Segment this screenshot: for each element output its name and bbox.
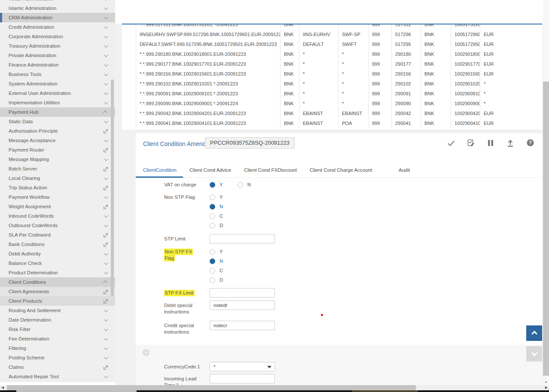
stp-limit-input[interactable] [210, 234, 275, 243]
sidebar-item-automated-repair-tool[interactable]: Automated Repair Tool [0, 372, 115, 381]
table-row[interactable]: *.*.999.517312.BNK.10051731201.*-2009122… [122, 24, 542, 30]
radio-non-stp-fx-flag-d[interactable]: D [210, 275, 223, 285]
sidebar-item-payment-workflow[interactable]: Payment Workflow [0, 192, 115, 202]
sidebar-item-message-mapping[interactable]: Message Mapping [0, 155, 115, 164]
sidebar-item-claims[interactable]: Claims [0, 362, 115, 372]
stp-fx-limit-input[interactable] [210, 288, 275, 298]
edit-note-button[interactable] [467, 139, 475, 148]
sidebar-item-client-conditions[interactable]: Client Conditions [0, 277, 115, 287]
vertical-scrollbar[interactable]: ▼ [543, 0, 549, 385]
tab-audit[interactable]: Audit [392, 163, 416, 177]
upload-button[interactable] [506, 139, 515, 148]
sidebar-item-client-products[interactable]: Client Products [0, 296, 115, 306]
table-row[interactable]: *.*.999.290177.BNK.10029017701.EUR-20091… [122, 59, 542, 69]
vertical-scrollbar-thumb[interactable] [543, 82, 549, 376]
sidebar-item-corporate-administration[interactable]: Corporate Administration [0, 32, 115, 41]
sidebar-item-local-clearing[interactable]: Local Clearing [0, 173, 115, 183]
horizontal-scrollbar-thumb[interactable] [7, 385, 416, 390]
sidebar-item-payment-router[interactable]: Payment Router [0, 145, 115, 155]
table-row[interactable]: *.*.999.290102.BNK.10029010201.*-2009122… [122, 79, 542, 89]
scrollbar-left-arrow-icon[interactable]: ◀ [1, 386, 4, 389]
help-button[interactable]: ? [526, 139, 534, 148]
tab-clientcondition[interactable]: ClientCondition [136, 163, 183, 177]
sidebar-item-crm-administration[interactable]: CRM Administration [0, 13, 115, 22]
table-row[interactable]: *.*.999.290156.BNK.10029015601.EUR-20091… [122, 69, 542, 79]
sidebar-item-posting-scheme[interactable]: Posting Scheme [0, 353, 115, 362]
sidebar-item-treasury-administration[interactable]: Treasury Administration [0, 41, 115, 51]
hold-button[interactable] [486, 139, 495, 148]
field-stp-limit: STP Limit [164, 234, 542, 243]
sidebar-item-fee-determination[interactable]: Fee Determination [0, 334, 115, 343]
currencycode-1-select[interactable]: * [210, 362, 275, 371]
external-link-icon [103, 185, 108, 191]
sidebar-item-external-user-administration[interactable]: External User Administration [0, 88, 115, 98]
sidebar-item-business-tools[interactable]: Business Tools [0, 70, 115, 79]
sidebar-item-date-determination[interactable]: Date Determination [0, 315, 115, 325]
sidebar-item-debit-authority[interactable]: Debit Authority [0, 249, 115, 258]
scrollbar-right-arrow-icon[interactable]: ▶ [545, 386, 548, 389]
radio-vat-on-charge-y[interactable]: Y [210, 180, 223, 189]
incoming-lead-time-1-input[interactable] [210, 374, 275, 383]
sidebar-item-routing-and-settlement[interactable]: Routing And Settlement [0, 306, 115, 315]
table-row[interactable]: IINSEURHV.SWFSP.999.517296.BNK.100517296… [122, 30, 542, 40]
radio-non-stp-flag-y[interactable]: Y [210, 192, 223, 202]
sidebar-item-finance-administration[interactable]: Finance Administration [0, 60, 115, 70]
radio-non-stp-flag-d[interactable]: D [210, 221, 223, 230]
sidebar-scrollbar-thumb[interactable] [111, 79, 114, 296]
credit-special-instructions-input[interactable] [210, 321, 275, 330]
sidebar-item-filtering[interactable]: Filtering [0, 343, 115, 353]
radio-non-stp-fx-flag-y[interactable]: Y [210, 247, 223, 256]
table-row[interactable]: DEFAULT.SWIFT.999.517295.BNK.10051729501… [122, 40, 542, 49]
sidebar-item-credit-administration[interactable]: Credit Administration [0, 22, 115, 32]
sidebar-item-message-acceptance[interactable]: Message Acceptance [0, 136, 115, 145]
sidebar-item-static-data[interactable]: Static Data [0, 117, 115, 126]
radio-non-stp-flag-n[interactable]: N [210, 202, 223, 211]
sidebar-item-authorisation-principle[interactable]: Authorisation Principle [0, 126, 115, 136]
sidebar-item-balance-check[interactable]: Balance Check [0, 258, 115, 268]
sidebar-item-batch-server[interactable]: Batch Server [0, 164, 115, 173]
sidebar-item-sla-per-codeword[interactable]: SLA Per Codeword [0, 230, 115, 240]
radio-vat-on-charge-n[interactable]: N [238, 180, 251, 189]
tab-client-cond-charge-account[interactable]: Client Cond Charge Account [303, 163, 378, 177]
table-cell: DEFAULT [299, 40, 339, 49]
table-row[interactable]: *.*.999.290091.BNK.10029009101.*-2009122… [122, 89, 542, 99]
add-row-button[interactable]: + [143, 349, 149, 356]
sidebar-item-trip-status-action[interactable]: Trip Status Action [0, 183, 115, 192]
tab-client-cond-advice[interactable]: Client Cond Advice [183, 163, 238, 177]
radio-non-stp-fx-flag-c[interactable]: C [210, 266, 223, 275]
sidebar-item-implementation-utilities[interactable]: Implementation Utilities [0, 98, 115, 107]
horizontal-scrollbar[interactable]: ◀ ▶ [0, 385, 549, 390]
approve-button[interactable] [447, 139, 455, 148]
sidebar-item-private-administration[interactable]: Private Administration [0, 51, 115, 60]
tab-client-cond-fxdiscount[interactable]: Client Cond FXDiscount [238, 163, 303, 177]
sidebar-item-risk-filter[interactable]: Risk Filter [0, 325, 115, 334]
sidebar-item-islamic-administration[interactable]: Islamic Administration [0, 3, 115, 13]
radio-label: Y [220, 182, 223, 187]
table-row[interactable]: *.*.999.290090.BNK.10029009001.*-2009122… [122, 99, 542, 109]
table-row[interactable]: *.*.999.290041.BNK.10029004101.EUR-20091… [122, 119, 542, 128]
scrollbar-down-arrow-icon[interactable]: ▼ [543, 380, 549, 384]
sidebar-item-client-agreements[interactable]: Client Agreements [0, 287, 115, 296]
sidebar-item-retail-administration[interactable]: Retail Administration [0, 0, 115, 3]
table-cell: BNK [421, 109, 451, 119]
field-label: Credit specialinstructions [164, 321, 207, 335]
radio-non-stp-flag-c[interactable]: C [210, 211, 223, 221]
sidebar-item-outbound-codewords[interactable]: Outbound CodeWords [0, 221, 115, 230]
sidebar-item-bank-conditions[interactable]: Bank Conditions [0, 240, 115, 249]
table-cell [122, 89, 136, 99]
radio-non-stp-fx-flag-n[interactable]: N [210, 256, 223, 266]
sidebar-item-label: Treasury Administration [9, 43, 104, 49]
scroll-down-button[interactable] [526, 346, 542, 362]
chevron-down-icon [104, 355, 108, 359]
chevron-down-icon [104, 81, 108, 85]
sidebar-item-system-administration[interactable]: System Administration [0, 79, 115, 88]
table-row[interactable]: *.*.999.290042.BNK.10029004201.EUR-20091… [122, 109, 542, 119]
debit-special-instructions-input[interactable] [210, 301, 275, 310]
sidebar-item-weight-assignment[interactable]: Weight Assignment [0, 202, 115, 211]
sidebar-item-product-determination[interactable]: Product Determination [0, 268, 115, 277]
scroll-to-top-button[interactable] [526, 325, 542, 341]
sidebar-item-inbound-codewords[interactable]: Inbound CodeWords [0, 211, 115, 221]
sidebar-item-label: Bank Conditions [9, 242, 103, 247]
sidebar-item-payment-hub[interactable]: Payment Hub [0, 107, 115, 117]
table-row[interactable]: *.*.999.290180.BNK.10029018001.EUR-20091… [122, 49, 542, 59]
